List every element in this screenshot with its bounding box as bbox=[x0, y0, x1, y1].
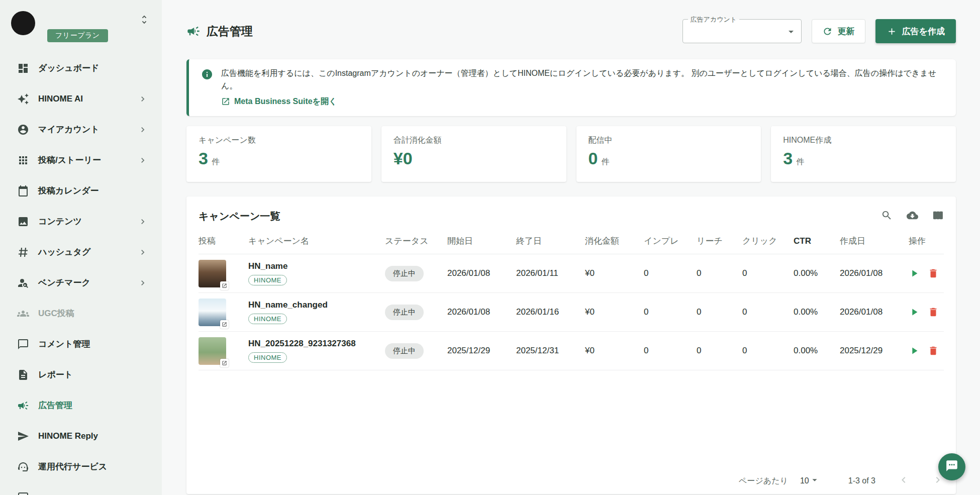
post-thumbnail[interactable] bbox=[199, 337, 226, 365]
external-link-icon[interactable] bbox=[220, 359, 229, 367]
stat-label: HINOME作成 bbox=[783, 135, 944, 146]
play-button[interactable] bbox=[909, 345, 920, 356]
column-header: 終了日 bbox=[516, 235, 585, 247]
refresh-button[interactable]: 更新 bbox=[812, 19, 865, 43]
support-icon bbox=[17, 461, 29, 473]
column-header: リーチ bbox=[697, 235, 742, 247]
delete-button[interactable] bbox=[928, 268, 939, 279]
table-row[interactable]: HN_name_changedHINOME 停止中 2026/01/08 202… bbox=[199, 293, 944, 332]
alert-text: 広告機能を利用するには、このInstagramアカウントのオーナー（管理者）とし… bbox=[221, 67, 944, 92]
sidebar-item-content[interactable]: コンテンツ bbox=[0, 206, 162, 237]
plan-badge: フリープラン bbox=[47, 29, 108, 42]
search-button[interactable] bbox=[881, 210, 893, 223]
sidebar-collapse-button[interactable] bbox=[139, 14, 150, 27]
sidebar-item-label: 投稿カレンダー bbox=[38, 185, 99, 196]
hinome-badge: HINOME bbox=[248, 352, 287, 363]
sidebar-item-dashboard[interactable]: ダッシュボード bbox=[0, 53, 162, 83]
chat-bubble-icon bbox=[945, 459, 958, 474]
status-badge: 停止中 bbox=[385, 343, 424, 359]
sidebar-header: フリープラン bbox=[0, 0, 162, 53]
chevron-right-icon bbox=[138, 247, 148, 257]
image-icon bbox=[17, 216, 29, 228]
external-link-icon bbox=[221, 97, 230, 106]
megaphone-icon bbox=[17, 400, 29, 412]
delete-button[interactable] bbox=[928, 307, 939, 318]
created-date: 2025/12/29 bbox=[840, 346, 909, 356]
refresh-icon bbox=[822, 26, 833, 37]
table-row[interactable]: HN_20251228_9231327368HINOME 停止中 2025/12… bbox=[199, 332, 944, 370]
column-header: 消化金額 bbox=[585, 235, 644, 247]
sidebar-item-agency-service[interactable]: 運用代行サービス bbox=[0, 451, 162, 482]
sidebar-item-label: UGC投稿 bbox=[38, 308, 74, 319]
table-row[interactable]: HN_nameHINOME 停止中 2026/01/08 2026/01/11 … bbox=[199, 254, 944, 293]
sidebar-item-label: 広告管理 bbox=[38, 400, 72, 411]
chevron-right-icon bbox=[138, 278, 148, 288]
column-header: クリック bbox=[742, 235, 794, 247]
sidebar-item-hashtag[interactable]: ハッシュタグ bbox=[0, 237, 162, 267]
sparkle-icon bbox=[17, 93, 29, 105]
stat-card-hinome-created: HINOME作成 3件 bbox=[771, 126, 956, 182]
stat-card-total-spend: 合計消化金額 ¥0 bbox=[381, 126, 566, 182]
external-link-icon[interactable] bbox=[220, 281, 229, 290]
ctr: 0.00% bbox=[794, 346, 840, 356]
created-date: 2026/01/08 bbox=[840, 268, 909, 278]
chat-fab[interactable] bbox=[938, 453, 965, 480]
ad-account-select[interactable]: 広告アカウント bbox=[682, 19, 802, 43]
sidebar-item-label: HINOME Reply bbox=[38, 431, 98, 441]
delete-button[interactable] bbox=[928, 345, 939, 356]
impressions: 0 bbox=[644, 346, 697, 356]
spend: ¥0 bbox=[585, 307, 644, 317]
rows-per-page-value: 10 bbox=[800, 476, 809, 485]
sidebar-item-hinome-reply[interactable]: HINOME Reply bbox=[0, 421, 162, 451]
sidebar-item-benchmark[interactable]: ベンチマーク bbox=[0, 267, 162, 298]
sidebar-item-label: コメント管理 bbox=[38, 338, 90, 350]
sidebar-nav: ダッシュボード HINOME AI マイアカウント 投稿/ストーリー 投稿カレン… bbox=[0, 53, 162, 495]
end-date: 2026/01/16 bbox=[516, 307, 585, 317]
spend: ¥0 bbox=[585, 268, 644, 278]
avatar[interactable] bbox=[11, 11, 35, 35]
sidebar-item-clipped[interactable] bbox=[0, 482, 162, 495]
columns-button[interactable] bbox=[932, 210, 944, 223]
reach: 0 bbox=[697, 268, 742, 278]
hashtag-icon bbox=[17, 246, 29, 258]
campaign-name: HN_name bbox=[248, 261, 385, 271]
ctr: 0.00% bbox=[794, 307, 840, 317]
end-date: 2025/12/31 bbox=[516, 346, 585, 356]
sidebar-item-label: ダッシュボード bbox=[38, 62, 99, 74]
page-title: 広告管理 bbox=[207, 24, 253, 39]
sidebar-item-my-account[interactable]: マイアカウント bbox=[0, 114, 162, 145]
sidebar-item-hinome-ai[interactable]: HINOME AI bbox=[0, 83, 162, 114]
sidebar-item-comment-management[interactable]: コメント管理 bbox=[0, 329, 162, 359]
sidebar-item-ugc-posts[interactable]: UGC投稿 bbox=[0, 298, 162, 329]
sidebar-item-post-calendar[interactable]: 投稿カレンダー bbox=[0, 175, 162, 206]
groups-icon bbox=[17, 308, 29, 320]
sidebar-item-posts-stories[interactable]: 投稿/ストーリー bbox=[0, 145, 162, 175]
sidebar-item-label: ハッシュタグ bbox=[38, 246, 90, 258]
stat-value: 3 bbox=[199, 149, 208, 168]
plus-icon bbox=[887, 26, 897, 37]
campaign-list-card: キャンペーン一覧 投稿 キャンペーン名 ステータス 開始日 終了日 消化金額 イ… bbox=[186, 196, 956, 494]
post-thumbnail[interactable] bbox=[199, 260, 226, 287]
meta-business-suite-link[interactable]: Meta Business Suiteを開く bbox=[221, 96, 337, 107]
sidebar-item-label: 投稿/ストーリー bbox=[38, 154, 101, 166]
export-button[interactable] bbox=[907, 210, 918, 223]
sidebar-item-ad-management[interactable]: 広告管理 bbox=[0, 390, 162, 421]
column-header: 投稿 bbox=[199, 235, 248, 247]
view-columns-icon bbox=[932, 210, 944, 223]
sidebar-item-report[interactable]: レポート bbox=[0, 359, 162, 390]
column-header: キャンペーン名 bbox=[248, 235, 385, 247]
play-button[interactable] bbox=[909, 268, 920, 279]
topbar: 広告管理 広告アカウント 更新 広告を作成 bbox=[186, 0, 956, 43]
info-icon bbox=[201, 67, 213, 108]
post-thumbnail[interactable] bbox=[199, 299, 226, 326]
pagination: ページあたり 10 1-3 of 3 bbox=[739, 474, 944, 488]
campaign-table: 投稿 キャンペーン名 ステータス 開始日 終了日 消化金額 インプレ リーチ ク… bbox=[199, 235, 944, 370]
rows-per-page-select[interactable]: 10 bbox=[800, 474, 820, 487]
stat-unit: 件 bbox=[601, 157, 609, 167]
dropdown-arrow-icon bbox=[809, 474, 820, 487]
create-ad-button[interactable]: 広告を作成 bbox=[875, 19, 956, 43]
play-button[interactable] bbox=[909, 307, 920, 318]
external-link-icon[interactable] bbox=[220, 320, 229, 329]
created-date: 2026/01/08 bbox=[840, 307, 909, 317]
prev-page-button[interactable] bbox=[898, 474, 910, 488]
